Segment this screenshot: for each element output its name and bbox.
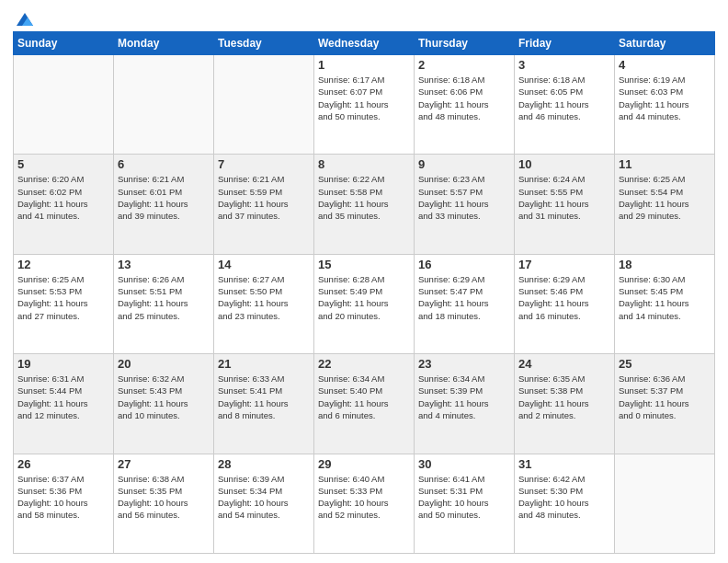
- day-info: Sunrise: 6:18 AM Sunset: 6:05 PM Dayligh…: [518, 74, 610, 122]
- weekday-header-row: SundayMondayTuesdayWednesdayThursdayFrid…: [14, 32, 715, 55]
- calendar-cell: [214, 55, 314, 155]
- day-number: 26: [17, 457, 109, 471]
- day-info: Sunrise: 6:26 AM Sunset: 5:51 PM Dayligh…: [118, 273, 210, 322]
- day-info: Sunrise: 6:29 AM Sunset: 5:46 PM Dayligh…: [518, 273, 610, 322]
- weekday-thursday: Thursday: [415, 32, 515, 55]
- day-info: Sunrise: 6:28 AM Sunset: 5:49 PM Dayligh…: [318, 273, 410, 322]
- day-number: 5: [17, 157, 109, 171]
- calendar-cell: 15Sunrise: 6:28 AM Sunset: 5:49 PM Dayli…: [314, 254, 415, 353]
- day-info: Sunrise: 6:18 AM Sunset: 6:06 PM Dayligh…: [418, 74, 510, 122]
- calendar-cell: 12Sunrise: 6:25 AM Sunset: 5:53 PM Dayli…: [14, 254, 114, 353]
- calendar-cell: 16Sunrise: 6:29 AM Sunset: 5:47 PM Dayli…: [415, 254, 515, 353]
- day-number: 2: [418, 58, 510, 72]
- day-number: 12: [17, 258, 109, 271]
- day-number: 3: [518, 58, 610, 72]
- day-info: Sunrise: 6:40 AM Sunset: 5:33 PM Dayligh…: [318, 473, 410, 522]
- weekday-friday: Friday: [515, 32, 615, 55]
- day-info: Sunrise: 6:33 AM Sunset: 5:41 PM Dayligh…: [218, 373, 310, 421]
- day-info: Sunrise: 6:42 AM Sunset: 5:30 PM Dayligh…: [518, 473, 610, 522]
- calendar-cell: 8Sunrise: 6:22 AM Sunset: 5:58 PM Daylig…: [314, 155, 415, 254]
- day-number: 31: [518, 457, 610, 471]
- week-row-4: 26Sunrise: 6:37 AM Sunset: 5:36 PM Dayli…: [14, 454, 715, 553]
- calendar-cell: [114, 55, 214, 155]
- day-number: 10: [518, 157, 610, 171]
- day-number: 27: [118, 457, 210, 471]
- calendar-cell: 17Sunrise: 6:29 AM Sunset: 5:46 PM Dayli…: [515, 254, 615, 353]
- header: [13, 9, 715, 26]
- day-number: 8: [318, 157, 410, 171]
- day-number: 23: [418, 357, 510, 371]
- day-info: Sunrise: 6:17 AM Sunset: 6:07 PM Dayligh…: [318, 74, 410, 122]
- day-info: Sunrise: 6:29 AM Sunset: 5:47 PM Dayligh…: [418, 273, 510, 322]
- week-row-3: 19Sunrise: 6:31 AM Sunset: 5:44 PM Dayli…: [14, 354, 715, 454]
- day-info: Sunrise: 6:20 AM Sunset: 6:02 PM Dayligh…: [17, 173, 109, 222]
- day-info: Sunrise: 6:36 AM Sunset: 5:37 PM Dayligh…: [619, 373, 711, 421]
- calendar-cell: 2Sunrise: 6:18 AM Sunset: 6:06 PM Daylig…: [415, 55, 515, 155]
- day-info: Sunrise: 6:34 AM Sunset: 5:39 PM Dayligh…: [418, 373, 510, 421]
- day-info: Sunrise: 6:19 AM Sunset: 6:03 PM Dayligh…: [619, 74, 711, 122]
- day-info: Sunrise: 6:22 AM Sunset: 5:58 PM Dayligh…: [318, 173, 410, 222]
- day-info: Sunrise: 6:25 AM Sunset: 5:54 PM Dayligh…: [619, 173, 711, 222]
- day-number: 11: [619, 157, 711, 171]
- calendar-cell: 26Sunrise: 6:37 AM Sunset: 5:36 PM Dayli…: [14, 454, 114, 553]
- day-number: 20: [118, 357, 210, 371]
- weekday-sunday: Sunday: [14, 32, 114, 55]
- calendar-cell: 10Sunrise: 6:24 AM Sunset: 5:55 PM Dayli…: [515, 155, 615, 254]
- calendar-cell: 19Sunrise: 6:31 AM Sunset: 5:44 PM Dayli…: [14, 354, 114, 454]
- day-info: Sunrise: 6:35 AM Sunset: 5:38 PM Dayligh…: [518, 373, 610, 421]
- day-info: Sunrise: 6:38 AM Sunset: 5:35 PM Dayligh…: [118, 473, 210, 522]
- day-number: 16: [418, 258, 510, 271]
- calendar-cell: 27Sunrise: 6:38 AM Sunset: 5:35 PM Dayli…: [114, 454, 214, 553]
- calendar-cell: 30Sunrise: 6:41 AM Sunset: 5:31 PM Dayli…: [415, 454, 515, 553]
- day-number: 22: [318, 357, 410, 371]
- day-info: Sunrise: 6:41 AM Sunset: 5:31 PM Dayligh…: [418, 473, 510, 522]
- calendar-cell: 18Sunrise: 6:30 AM Sunset: 5:45 PM Dayli…: [615, 254, 715, 353]
- calendar-cell: 4Sunrise: 6:19 AM Sunset: 6:03 PM Daylig…: [615, 55, 715, 155]
- day-number: 14: [218, 258, 310, 271]
- calendar-cell: 28Sunrise: 6:39 AM Sunset: 5:34 PM Dayli…: [214, 454, 314, 553]
- day-info: Sunrise: 6:32 AM Sunset: 5:43 PM Dayligh…: [118, 373, 210, 421]
- calendar-cell: 5Sunrise: 6:20 AM Sunset: 6:02 PM Daylig…: [14, 155, 114, 254]
- day-info: Sunrise: 6:31 AM Sunset: 5:44 PM Dayligh…: [17, 373, 109, 421]
- day-number: 1: [318, 58, 410, 72]
- calendar-cell: 3Sunrise: 6:18 AM Sunset: 6:05 PM Daylig…: [515, 55, 615, 155]
- day-number: 13: [118, 258, 210, 271]
- day-info: Sunrise: 6:24 AM Sunset: 5:55 PM Dayligh…: [518, 173, 610, 222]
- day-number: 18: [619, 258, 711, 271]
- calendar-cell: 24Sunrise: 6:35 AM Sunset: 5:38 PM Dayli…: [515, 354, 615, 454]
- day-number: 24: [518, 357, 610, 371]
- weekday-tuesday: Tuesday: [214, 32, 314, 55]
- calendar-cell: 22Sunrise: 6:34 AM Sunset: 5:40 PM Dayli…: [314, 354, 415, 454]
- day-number: 21: [218, 357, 310, 371]
- logo: [13, 9, 35, 26]
- calendar-cell: 25Sunrise: 6:36 AM Sunset: 5:37 PM Dayli…: [615, 354, 715, 454]
- day-info: Sunrise: 6:21 AM Sunset: 5:59 PM Dayligh…: [218, 173, 310, 222]
- calendar-cell: 13Sunrise: 6:26 AM Sunset: 5:51 PM Dayli…: [114, 254, 214, 353]
- day-number: 17: [518, 258, 610, 271]
- day-number: 25: [619, 357, 711, 371]
- calendar-cell: 6Sunrise: 6:21 AM Sunset: 6:01 PM Daylig…: [114, 155, 214, 254]
- page: SundayMondayTuesdayWednesdayThursdayFrid…: [0, 0, 728, 563]
- calendar-cell: 11Sunrise: 6:25 AM Sunset: 5:54 PM Dayli…: [615, 155, 715, 254]
- calendar-cell: 9Sunrise: 6:23 AM Sunset: 5:57 PM Daylig…: [415, 155, 515, 254]
- calendar-cell: 21Sunrise: 6:33 AM Sunset: 5:41 PM Dayli…: [214, 354, 314, 454]
- day-number: 7: [218, 157, 310, 171]
- calendar-cell: [14, 55, 114, 155]
- logo-icon: [15, 9, 35, 29]
- calendar-cell: 14Sunrise: 6:27 AM Sunset: 5:50 PM Dayli…: [214, 254, 314, 353]
- calendar-cell: 29Sunrise: 6:40 AM Sunset: 5:33 PM Dayli…: [314, 454, 415, 553]
- week-row-1: 5Sunrise: 6:20 AM Sunset: 6:02 PM Daylig…: [14, 155, 715, 254]
- day-number: 19: [17, 357, 109, 371]
- week-row-2: 12Sunrise: 6:25 AM Sunset: 5:53 PM Dayli…: [14, 254, 715, 353]
- day-info: Sunrise: 6:23 AM Sunset: 5:57 PM Dayligh…: [418, 173, 510, 222]
- day-number: 4: [619, 58, 711, 72]
- day-number: 9: [418, 157, 510, 171]
- day-number: 29: [318, 457, 410, 471]
- weekday-saturday: Saturday: [615, 32, 715, 55]
- day-number: 28: [218, 457, 310, 471]
- day-number: 6: [118, 157, 210, 171]
- calendar-cell: [615, 454, 715, 553]
- week-row-0: 1Sunrise: 6:17 AM Sunset: 6:07 PM Daylig…: [14, 55, 715, 155]
- calendar: SundayMondayTuesdayWednesdayThursdayFrid…: [13, 31, 715, 554]
- day-info: Sunrise: 6:37 AM Sunset: 5:36 PM Dayligh…: [17, 473, 109, 522]
